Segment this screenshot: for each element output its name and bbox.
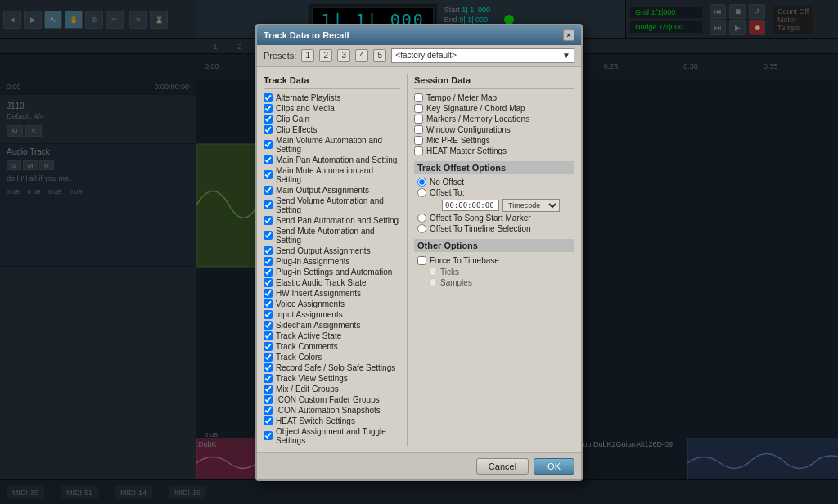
cb-send-vol-label[interactable]: Send Volume Automation and Setting xyxy=(276,196,400,214)
cb-track-active-input[interactable] xyxy=(264,331,273,340)
preset-btn-2[interactable]: 2 xyxy=(319,49,332,62)
cb-mic-pre-input[interactable] xyxy=(414,136,423,145)
cb-track-colors-label[interactable]: Track Colors xyxy=(276,353,322,362)
timecode-input[interactable] xyxy=(442,200,499,211)
radio-no-offset-label[interactable]: No Offset xyxy=(430,178,464,187)
timecode-type-select[interactable]: Timecode Samples Bars|Beats xyxy=(502,199,560,212)
cb-window-config-input[interactable] xyxy=(414,125,423,134)
cb-object-assign-label[interactable]: Object Assignment and Toggle Settings xyxy=(276,427,400,445)
cb-voice-label[interactable]: Voice Assignments xyxy=(276,299,345,308)
cb-sidechain-input[interactable] xyxy=(264,321,273,330)
cb-input-label[interactable]: Input Assignments xyxy=(276,310,343,319)
radio-offset-timeline-input[interactable] xyxy=(417,224,426,233)
ok-button[interactable]: OK xyxy=(534,458,574,475)
cb-clip-effects-input[interactable] xyxy=(264,125,273,134)
radio-offset-timeline-label[interactable]: Offset To Timeline Selection xyxy=(430,224,531,233)
cb-track-view-input[interactable] xyxy=(264,374,273,383)
cb-icon-automation-label[interactable]: ICON Automation Snapshots xyxy=(276,406,381,415)
preset-btn-5[interactable]: 5 xyxy=(373,49,386,62)
cb-track-comments-label[interactable]: Track Comments xyxy=(276,342,338,351)
cb-track-comments-input[interactable] xyxy=(264,342,273,351)
cb-main-mute-input[interactable] xyxy=(264,170,273,179)
cb-track-active-label[interactable]: Track Active State xyxy=(276,331,341,340)
cb-hw-insert-label[interactable]: HW Insert Assignments xyxy=(276,289,361,298)
cb-clips-media-label[interactable]: Clips and Media xyxy=(276,104,335,113)
cb-send-pan-input[interactable] xyxy=(264,216,273,225)
cb-track-view-label[interactable]: Track View Settings xyxy=(276,374,348,383)
cb-main-pan-label[interactable]: Main Pan Automation and Setting xyxy=(276,155,397,164)
cb-record-safe-input[interactable] xyxy=(264,363,273,372)
cb-main-vol-input[interactable] xyxy=(264,140,273,149)
cb-plugin-assign-label[interactable]: Plug-in Assignments xyxy=(276,257,350,266)
cb-alternate-playlists-input[interactable] xyxy=(264,93,273,102)
cb-hw-insert-input[interactable] xyxy=(264,289,273,298)
cb-main-mute: Main Mute Automation and Setting xyxy=(264,165,400,185)
cb-icon-automation-input[interactable] xyxy=(264,406,273,415)
cb-tempo-meter-input[interactable] xyxy=(414,93,423,102)
radio-ticks-input[interactable] xyxy=(429,268,437,276)
cb-record-safe-label[interactable]: Record Safe / Solo Safe Settings xyxy=(276,363,395,372)
cb-mix-edit-label[interactable]: Mix / Edit Groups xyxy=(276,385,339,394)
radio-offset-to-label[interactable]: Offset To: xyxy=(430,188,464,197)
cb-plugin-assign-input[interactable] xyxy=(264,257,273,266)
preset-dropdown[interactable]: <factory default> ▼ xyxy=(391,48,574,63)
dialog-close-button[interactable]: × xyxy=(563,29,574,41)
cb-window-config-label[interactable]: Window Configurations xyxy=(426,125,511,134)
cb-heat-switch-input[interactable] xyxy=(264,416,273,425)
radio-samples-input[interactable] xyxy=(429,278,437,286)
cb-send-vol-input[interactable] xyxy=(264,200,273,209)
radio-offset-to-input[interactable] xyxy=(417,188,426,197)
cb-send-mute-label[interactable]: Send Mute Automation and Setting xyxy=(276,227,400,245)
preset-btn-1[interactable]: 1 xyxy=(301,49,314,62)
cb-main-pan: Main Pan Automation and Setting xyxy=(264,155,400,165)
cb-markers-input[interactable] xyxy=(414,115,423,124)
cb-icon-fader-label[interactable]: ICON Custom Fader Groups xyxy=(276,395,380,404)
cb-elastic-label[interactable]: Elastic Audio Track State xyxy=(276,278,367,287)
cb-force-timebase-label[interactable]: Force To Timebase xyxy=(430,256,499,265)
cb-plugin-settings-label[interactable]: Plug-in Settings and Automation xyxy=(276,268,392,277)
radio-no-offset-input[interactable] xyxy=(417,178,426,187)
cb-mic-pre-label[interactable]: Mic PRE Settings xyxy=(426,136,490,145)
cb-clip-gain-label[interactable]: Clip Gain xyxy=(276,115,309,124)
cb-main-mute-label[interactable]: Main Mute Automation and Setting xyxy=(276,166,400,184)
cb-main-pan-input[interactable] xyxy=(264,155,273,164)
radio-samples-label[interactable]: Samples xyxy=(440,278,472,287)
cb-key-sig-label[interactable]: Key Signature / Chord Map xyxy=(426,104,525,113)
cb-alternate-playlists-label[interactable]: Alternate Playlists xyxy=(276,93,340,102)
cb-send-output-input[interactable] xyxy=(264,246,273,255)
cb-clip-effects-label[interactable]: Clip Effects xyxy=(276,125,317,134)
cb-main-vol-label[interactable]: Main Volume Automation and Setting xyxy=(276,136,400,154)
cb-plugin-settings-input[interactable] xyxy=(264,268,273,277)
cb-markers-label[interactable]: Markers / Memory Locations xyxy=(426,115,529,124)
cb-sidechain-label[interactable]: Sidechain Assignments xyxy=(276,321,360,330)
preset-btn-4[interactable]: 4 xyxy=(355,49,368,62)
cb-input-input[interactable] xyxy=(264,310,273,319)
cb-send-pan-label[interactable]: Send Pan Automation and Setting xyxy=(276,216,399,225)
cb-mix-edit-input[interactable] xyxy=(264,385,273,394)
radio-offset-song-start-input[interactable] xyxy=(417,214,426,223)
radio-ticks-label[interactable]: Ticks xyxy=(440,268,459,277)
cb-key-sig-input[interactable] xyxy=(414,104,423,113)
track-data-recall-dialog: Track Data to Recall × Presets: 1 2 3 4 … xyxy=(255,24,583,481)
preset-btn-3[interactable]: 3 xyxy=(337,49,350,62)
cb-tempo-meter-label[interactable]: Tempo / Meter Map xyxy=(426,93,497,102)
cb-send-output-label[interactable]: Send Output Assignments xyxy=(276,246,371,255)
cb-heat-master-input[interactable] xyxy=(414,146,423,155)
radio-offset-song-start-label[interactable]: Offset To Song Start Marker xyxy=(430,214,531,223)
cancel-button[interactable]: Cancel xyxy=(476,458,529,475)
cb-send-mute-input[interactable] xyxy=(264,231,273,240)
cb-clips-media-input[interactable] xyxy=(264,104,273,113)
cb-main-output-input[interactable] xyxy=(264,186,273,195)
cb-main-output-label[interactable]: Main Output Assignments xyxy=(276,186,369,195)
cb-clip-gain-input[interactable] xyxy=(264,115,273,124)
cb-heat-master-label[interactable]: HEAT Master Settings xyxy=(426,146,507,155)
cb-object-assign-input[interactable] xyxy=(264,431,273,440)
cb-track-colors-input[interactable] xyxy=(264,353,273,362)
cb-force-timebase-input[interactable] xyxy=(417,256,426,265)
cb-heat-switch-label[interactable]: HEAT Switch Settings xyxy=(276,416,355,425)
radio-offset-to: Offset To: xyxy=(414,187,574,198)
cb-elastic-input[interactable] xyxy=(264,278,273,287)
cb-icon-fader-input[interactable] xyxy=(264,395,273,404)
radio-offset-timeline: Offset To Timeline Selection xyxy=(414,223,574,234)
cb-voice-input[interactable] xyxy=(264,299,273,308)
